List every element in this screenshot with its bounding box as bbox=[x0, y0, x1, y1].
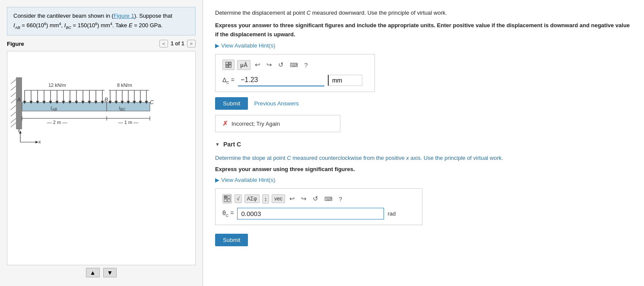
input-row-b: ΔC = −1.23 mm bbox=[222, 74, 368, 86]
redo-btn[interactable]: ↪ bbox=[265, 60, 274, 70]
hint-link[interactable]: ▶ View Available Hint(s) bbox=[215, 42, 632, 49]
svg-line-7 bbox=[11, 123, 16, 127]
radical-icon: √ bbox=[237, 196, 240, 202]
part-c-hint-link[interactable]: ▶ View Available Hint(s) bbox=[215, 177, 632, 183]
alpha-sigma-btn[interactable]: ΑΣφ bbox=[244, 194, 260, 203]
express-instruction: Express your answer to three significant… bbox=[215, 21, 632, 39]
submit-row-c: Submit bbox=[215, 234, 632, 246]
figure-link[interactable]: Figure 1 bbox=[114, 13, 134, 19]
problem-statement: Determine the displacement at point C me… bbox=[215, 9, 632, 18]
redo-btn-c[interactable]: ↪ bbox=[299, 194, 308, 203]
undo-btn-c[interactable]: ↩ bbox=[288, 194, 297, 203]
svg-line-4 bbox=[11, 105, 16, 110]
svg-rect-42 bbox=[229, 65, 231, 67]
figure-prev-button[interactable]: < bbox=[159, 40, 168, 48]
svg-line-2 bbox=[11, 92, 16, 97]
undo-btn[interactable]: ↩ bbox=[253, 60, 262, 70]
load-label-ab: 12 kN/m bbox=[48, 83, 66, 88]
load-arrows-bc bbox=[109, 90, 149, 102]
figure-svg: A B C bbox=[7, 51, 180, 146]
scroll-down-btn[interactable]: ▼ bbox=[103, 268, 117, 277]
load-arrows-ab bbox=[25, 90, 105, 102]
submit-button-b[interactable]: Submit bbox=[215, 97, 248, 110]
unit-label-c: rad bbox=[387, 210, 396, 217]
part-c-description: Determine the slope at point C measured … bbox=[215, 154, 632, 162]
radical-btn-c[interactable]: √ bbox=[235, 194, 242, 203]
delta-label: ΔC = bbox=[222, 76, 235, 85]
svg-line-0 bbox=[11, 79, 16, 84]
input-row-c: θC = 0.0003 rad bbox=[222, 208, 415, 219]
unit-input-b[interactable]: mm bbox=[328, 75, 362, 86]
svg-rect-45 bbox=[224, 199, 227, 202]
svg-rect-43 bbox=[224, 196, 227, 198]
dim-1m: — 1 m — bbox=[118, 120, 138, 125]
help-btn-c[interactable]: ? bbox=[337, 194, 344, 203]
x-axis-label: x bbox=[38, 139, 41, 144]
problem-info-box: Consider the cantilever beam shown in (F… bbox=[7, 7, 196, 35]
submit-row-b: Submit Previous Answers bbox=[215, 97, 632, 110]
submit-button-c[interactable]: Submit bbox=[215, 234, 248, 246]
svg-line-3 bbox=[11, 99, 16, 103]
figure-header: Figure < 1 of 1 > bbox=[7, 40, 196, 48]
hint-link-text: View Available Hint(s) bbox=[221, 42, 275, 49]
svg-rect-46 bbox=[228, 199, 230, 202]
point-b-label: B bbox=[105, 97, 108, 103]
dim-2m: — 2 m — bbox=[47, 120, 67, 125]
svg-rect-40 bbox=[229, 62, 231, 64]
svg-line-6 bbox=[11, 118, 16, 123]
point-a-label: A bbox=[17, 97, 21, 103]
problem-info-text: Consider the cantilever beam shown in (F… bbox=[13, 13, 172, 29]
keyboard-btn[interactable]: ⌨ bbox=[288, 61, 300, 69]
prev-answers-link[interactable]: Previous Answers bbox=[254, 100, 298, 107]
incorrect-text: Incorrect; Try Again bbox=[232, 121, 280, 127]
part-c-hint-text: View Available Hint(s) bbox=[221, 177, 275, 183]
part-c-header[interactable]: ▼ Part C bbox=[215, 141, 632, 148]
svg-line-5 bbox=[11, 112, 16, 116]
beam-bc bbox=[107, 102, 150, 111]
x-icon: ✗ bbox=[222, 120, 228, 127]
right-panel: Determine the displacement at point C me… bbox=[203, 0, 644, 286]
grid-icon bbox=[225, 61, 232, 69]
figure-area: A B C bbox=[7, 51, 196, 265]
incorrect-box: ✗ Incorrect; Try Again bbox=[215, 115, 340, 132]
part-c-express: Express your answer using three signific… bbox=[215, 165, 632, 174]
part-c-section: ▼ Part C Determine the slope at point C … bbox=[215, 141, 632, 246]
figure-nav: < 1 of 1 > bbox=[159, 40, 196, 48]
svg-rect-41 bbox=[226, 65, 228, 67]
keyboard-btn-c[interactable]: ⌨ bbox=[323, 195, 334, 203]
theta-label: θC = bbox=[222, 210, 234, 218]
answer-input-c[interactable]: 0.0003 bbox=[237, 208, 384, 219]
figure-next-button[interactable]: > bbox=[187, 40, 196, 48]
vec-btn[interactable]: vec bbox=[272, 194, 285, 203]
toolbar-c: √ ΑΣφ ↕ vec ↩ ↪ ↺ ⌨ ? bbox=[222, 194, 415, 203]
svg-marker-38 bbox=[35, 141, 38, 143]
figure-label-text: Figure bbox=[7, 41, 24, 47]
answer-input-b[interactable]: −1.23 bbox=[238, 74, 324, 86]
point-c-label: C bbox=[150, 99, 154, 105]
help-btn[interactable]: ? bbox=[302, 60, 309, 70]
part-c-hint-chevron-icon: ▶ bbox=[215, 177, 219, 183]
mu-a-btn[interactable]: μÅ bbox=[237, 60, 251, 70]
part-c-title: Part C bbox=[223, 141, 241, 148]
beam-ab bbox=[22, 102, 107, 111]
answer-box-c: √ ΑΣφ ↕ vec ↩ ↪ ↺ ⌨ ? θC = 0.0003 rad bbox=[215, 188, 422, 225]
left-panel: Consider the cantilever beam shown in (F… bbox=[0, 0, 203, 286]
arrows-btn[interactable]: ↕ bbox=[262, 194, 270, 203]
hint-chevron-icon: ▶ bbox=[215, 42, 219, 49]
grid-icon-btn[interactable] bbox=[222, 60, 235, 70]
scroll-up-btn[interactable]: ▲ bbox=[86, 268, 100, 277]
figure-page-text: 1 of 1 bbox=[171, 41, 184, 47]
refresh-btn-c[interactable]: ↺ bbox=[311, 194, 320, 203]
grid-icon-c bbox=[224, 195, 231, 202]
load-label-bc: 8 kN/m bbox=[117, 83, 132, 88]
part-c-chevron-icon: ▼ bbox=[215, 142, 220, 147]
svg-rect-39 bbox=[226, 62, 228, 64]
toolbar-b: μÅ ↩ ↪ ↺ ⌨ ? bbox=[222, 60, 368, 70]
answer-box-b: μÅ ↩ ↪ ↺ ⌨ ? ΔC = −1.23 mm bbox=[215, 54, 375, 92]
grid-icon-btn-c[interactable] bbox=[222, 194, 232, 203]
refresh-btn[interactable]: ↺ bbox=[276, 60, 286, 70]
svg-rect-44 bbox=[228, 196, 230, 198]
wall-rect bbox=[16, 77, 22, 129]
svg-line-1 bbox=[11, 86, 16, 90]
